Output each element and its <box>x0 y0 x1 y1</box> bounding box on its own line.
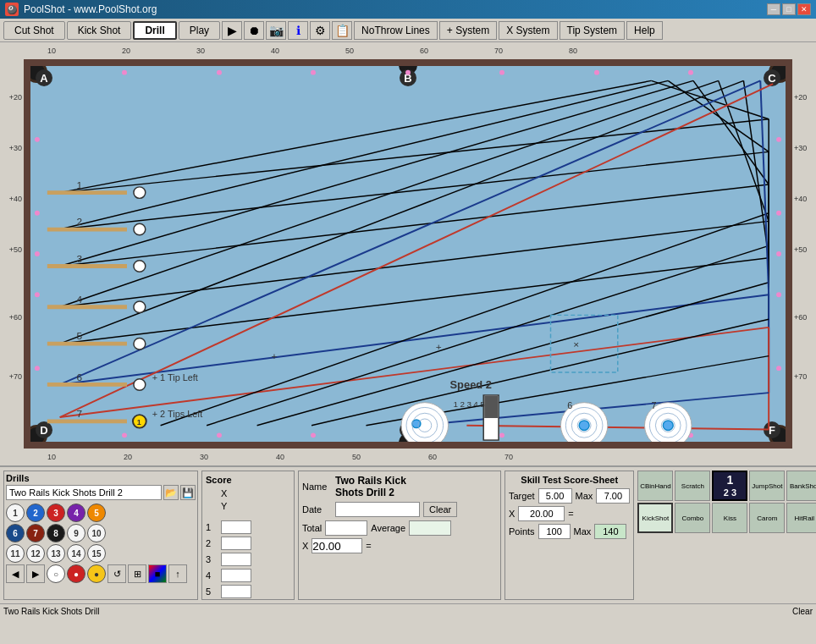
target-input[interactable] <box>538 488 572 504</box>
record-button[interactable]: ▶ <box>222 21 242 40</box>
ball-9[interactable]: 9 <box>67 524 85 542</box>
status-text: Two Rails Kick Shots Drill <box>3 607 99 616</box>
red-ball[interactable]: ● <box>67 564 85 583</box>
svg-point-22 <box>776 292 781 297</box>
combo-button[interactable]: Combo <box>675 503 710 533</box>
svg-point-62 <box>134 187 146 199</box>
maximize-button[interactable]: □ <box>782 3 796 15</box>
x-input[interactable] <box>312 538 362 553</box>
max-input[interactable] <box>596 488 630 504</box>
drills-title: Drills <box>6 473 196 483</box>
ball-4[interactable]: 4 <box>67 504 85 522</box>
info-x-row: X = <box>302 538 497 553</box>
order-button[interactable]: 12 3 <box>712 471 747 501</box>
score-num-1: 1 <box>206 522 218 532</box>
score-input-1[interactable] <box>221 520 251 534</box>
page-next-button[interactable]: ▶ <box>26 564 45 583</box>
ball-6[interactable]: 6 <box>6 524 25 542</box>
x-system-button[interactable]: X System <box>499 21 557 40</box>
points-input[interactable] <box>538 524 571 539</box>
ball-12[interactable]: 12 <box>26 544 45 563</box>
ball-8[interactable]: 8 <box>47 524 65 542</box>
info-button[interactable]: ℹ <box>288 21 308 40</box>
scratch-button[interactable]: Scratch <box>675 471 710 501</box>
svg-line-54 <box>743 80 769 257</box>
svg-point-106 <box>663 421 673 431</box>
close-button[interactable]: ✕ <box>797 3 811 15</box>
score-input-3[interactable] <box>221 553 251 566</box>
points-max-input[interactable] <box>594 524 626 539</box>
svg-line-57 <box>60 84 773 417</box>
grid-button[interactable]: ⊞ <box>128 564 146 583</box>
drill-button[interactable]: Drill <box>133 21 176 40</box>
cb-in-hand-button[interactable]: CBinHand <box>637 471 673 501</box>
cue-ball[interactable]: ○ <box>47 564 65 583</box>
svg-point-4 <box>499 70 504 75</box>
kick-shot-button[interactable]: Kick Shot <box>67 21 132 40</box>
svg-text:+ 1 Tip Left: + 1 Tip Left <box>152 372 198 383</box>
svg-text:7: 7 <box>77 408 83 419</box>
average-input[interactable] <box>409 520 451 536</box>
yellow-ball[interactable]: ● <box>87 564 106 583</box>
refresh-button[interactable]: ↺ <box>108 564 126 583</box>
ball-5[interactable]: 5 <box>87 504 106 522</box>
ball-2[interactable]: 2 <box>26 504 45 522</box>
minimize-button[interactable]: ─ <box>767 3 780 15</box>
ball-3[interactable]: 3 <box>47 504 65 522</box>
help-button[interactable]: Help <box>626 21 663 40</box>
ball-10[interactable]: 10 <box>87 524 106 542</box>
ruler-left: +20 +30 +40 +50 +60 +70 <box>0 59 24 449</box>
score-input-5[interactable] <box>221 585 251 598</box>
color-button[interactable]: ■ <box>148 564 167 583</box>
score-x-value: X <box>221 488 227 498</box>
cut-shot-button[interactable]: Cut Shot <box>3 21 65 40</box>
clear-button[interactable]: Clear <box>423 502 457 517</box>
camera-button[interactable]: 📷 <box>266 21 286 40</box>
kiss-button[interactable]: Kiss <box>712 503 747 533</box>
tip-system-button[interactable]: Tip System <box>560 21 626 40</box>
ball-15[interactable]: 15 <box>87 544 106 563</box>
svg-point-63 <box>134 223 146 235</box>
kick-shot-button[interactable]: KickShot <box>637 503 673 533</box>
ball-1[interactable]: 1 <box>6 504 25 522</box>
ruler-right-60: +60 <box>794 313 807 322</box>
ruler-left-40: +40 <box>9 195 22 203</box>
jump-shot-button[interactable]: JumpShot <box>749 471 785 501</box>
play-button[interactable]: Play <box>179 21 220 40</box>
no-throw-lines-button[interactable]: NoThrow Lines <box>354 21 438 40</box>
ruler-left-20: +20 <box>9 93 22 102</box>
stop-button[interactable]: ⏺ <box>244 21 264 40</box>
score-input-4[interactable] <box>221 569 251 582</box>
save-drill-button[interactable]: 💾 <box>180 485 196 500</box>
skill-target-row: Target Max <box>509 488 630 504</box>
info-total-row: Total Average <box>302 520 497 536</box>
hit-rail-button[interactable]: HitRail <box>786 503 816 533</box>
pool-table-felt[interactable]: A B C D E F <box>24 59 792 449</box>
svg-text:Speed 2: Speed 2 <box>450 378 492 391</box>
ruler-right-30: +30 <box>794 144 807 152</box>
settings-button[interactable]: ⚙ <box>310 21 330 40</box>
open-drill-button[interactable]: 📂 <box>163 485 179 500</box>
total-input[interactable] <box>325 520 367 536</box>
plus-system-button[interactable]: + System <box>439 21 497 40</box>
info-name-row: Name Two Rails KickShots Drill 2 <box>302 475 497 498</box>
carom-button[interactable]: Carom <box>749 503 785 533</box>
score-row-3: 3 <box>206 553 290 566</box>
ball-11[interactable]: 11 <box>6 544 25 563</box>
page-prev-button[interactable]: ◀ <box>6 564 25 583</box>
bank-shot-button[interactable]: BankShot <box>786 471 816 501</box>
share-button[interactable]: 📋 <box>332 21 352 40</box>
svg-point-21 <box>776 251 781 256</box>
score-row-1: 1 <box>206 520 290 534</box>
score-input-2[interactable] <box>221 537 251 550</box>
ball-14[interactable]: 14 <box>67 544 85 563</box>
skill-x-input[interactable] <box>518 506 565 521</box>
title-bar: 🎱 PoolShot - www.PoolShot.org ─ □ ✕ <box>0 0 816 19</box>
drill-name-input[interactable] <box>6 485 162 500</box>
max-label: Max <box>576 491 593 501</box>
ball-13[interactable]: 13 <box>47 544 65 563</box>
info-date-input[interactable] <box>335 502 420 517</box>
ball-grid-row1: 1 2 3 4 5 <box>6 504 196 522</box>
up-button[interactable]: ↑ <box>168 564 187 583</box>
ball-7[interactable]: 7 <box>26 524 45 542</box>
